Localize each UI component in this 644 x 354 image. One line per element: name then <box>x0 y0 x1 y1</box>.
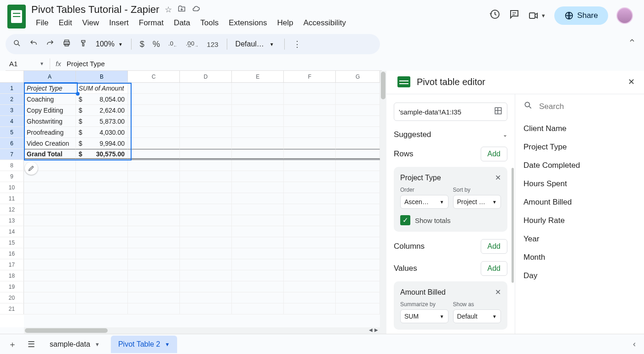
cell[interactable] <box>76 182 128 193</box>
cell[interactable]: SUM of Amount <box>76 83 128 94</box>
cell[interactable] <box>284 83 336 94</box>
cell[interactable]: $5,873.00 <box>76 116 128 127</box>
cell[interactable] <box>128 182 180 193</box>
row-header[interactable]: 3 <box>0 105 24 116</box>
cell[interactable] <box>180 303 232 314</box>
cell[interactable] <box>284 160 336 171</box>
row-header[interactable]: 19 <box>0 281 24 292</box>
cell[interactable] <box>232 83 284 94</box>
column-header[interactable]: D <box>180 71 232 83</box>
show-totals-checkbox[interactable]: ✓ <box>400 215 410 225</box>
cell[interactable] <box>232 237 284 248</box>
cell[interactable] <box>76 226 128 237</box>
row-header[interactable]: 20 <box>0 292 24 303</box>
cell[interactable] <box>284 248 336 259</box>
cell[interactable] <box>232 193 284 204</box>
cell[interactable] <box>284 138 336 149</box>
cell[interactable] <box>232 138 284 149</box>
grid-icon[interactable] <box>494 107 502 117</box>
cell[interactable] <box>180 116 232 127</box>
cell[interactable] <box>24 193 76 204</box>
cell-reference[interactable]: A1 ▼ <box>6 60 50 68</box>
avatar[interactable] <box>616 7 633 24</box>
cell[interactable] <box>284 259 336 270</box>
cell[interactable] <box>180 204 232 215</box>
menu-format[interactable]: Format <box>134 17 168 29</box>
search-icon[interactable] <box>13 39 21 50</box>
row-header[interactable]: 14 <box>0 226 24 237</box>
font-select[interactable]: Defaul… ▼ <box>236 40 276 48</box>
column-header[interactable]: A <box>24 71 76 83</box>
cell[interactable] <box>232 248 284 259</box>
cell[interactable] <box>284 281 336 292</box>
cell[interactable] <box>232 94 284 105</box>
decrease-decimal-icon[interactable]: .0← <box>168 40 178 48</box>
cell[interactable] <box>180 193 232 204</box>
cell[interactable] <box>232 116 284 127</box>
row-header[interactable]: 6 <box>0 138 24 149</box>
cell[interactable] <box>284 116 336 127</box>
cell[interactable] <box>76 215 128 226</box>
cell[interactable] <box>232 215 284 226</box>
cell[interactable] <box>284 127 336 138</box>
cell[interactable] <box>76 171 128 182</box>
cell[interactable] <box>232 259 284 270</box>
cell[interactable] <box>232 127 284 138</box>
redo-icon[interactable] <box>46 39 54 50</box>
menu-insert[interactable]: Insert <box>104 17 133 29</box>
row-header[interactable]: 1 <box>0 83 24 94</box>
cell[interactable] <box>24 259 76 270</box>
formula-value[interactable]: Project Type <box>67 60 105 68</box>
cell[interactable]: Video Creation <box>24 138 76 149</box>
row-header[interactable]: 17 <box>0 259 24 270</box>
all-sheets-icon[interactable]: ☰ <box>24 336 39 353</box>
cell[interactable] <box>24 215 76 226</box>
cell[interactable] <box>336 105 380 116</box>
cell[interactable] <box>24 237 76 248</box>
field-item[interactable]: Hourly Rate <box>523 211 636 230</box>
cell[interactable] <box>284 182 336 193</box>
edit-pivot-icon[interactable] <box>25 162 38 175</box>
cell[interactable] <box>336 127 380 138</box>
row-header[interactable]: 8 <box>0 160 24 171</box>
row-header[interactable]: 15 <box>0 237 24 248</box>
cell[interactable] <box>336 138 380 149</box>
cell[interactable] <box>128 138 180 149</box>
column-header[interactable]: C <box>128 71 180 83</box>
zoom-select[interactable]: 100% ▼ <box>96 40 123 48</box>
field-item[interactable]: Client Name <box>523 120 636 138</box>
cell[interactable] <box>128 281 180 292</box>
cell[interactable]: $8,054.00 <box>76 94 128 105</box>
cell[interactable] <box>284 171 336 182</box>
cloud-icon[interactable] <box>191 5 201 15</box>
cell[interactable] <box>180 226 232 237</box>
cell[interactable] <box>336 116 380 127</box>
cell[interactable] <box>180 215 232 226</box>
cell[interactable] <box>336 171 380 182</box>
cell[interactable] <box>284 226 336 237</box>
undo-icon[interactable] <box>29 39 38 50</box>
cell[interactable] <box>336 94 380 105</box>
cell[interactable] <box>76 303 128 314</box>
meet-icon[interactable]: ▼ <box>528 10 546 21</box>
close-icon[interactable]: ✕ <box>628 77 635 87</box>
percent-icon[interactable]: % <box>153 40 160 49</box>
cell[interactable] <box>232 281 284 292</box>
increase-decimal-icon[interactable]: .0̲0→ <box>186 40 199 48</box>
menu-accessibility[interactable]: Accessibility <box>299 17 351 29</box>
cell[interactable] <box>180 94 232 105</box>
field-item[interactable]: Project Type <box>523 138 636 156</box>
cell[interactable] <box>76 204 128 215</box>
cell[interactable] <box>284 292 336 303</box>
row-header[interactable]: 7 <box>0 149 24 160</box>
cell[interactable] <box>128 270 180 281</box>
cell[interactable] <box>180 171 232 182</box>
close-icon[interactable]: ✕ <box>495 173 501 182</box>
cell[interactable] <box>128 248 180 259</box>
row-header[interactable]: 4 <box>0 116 24 127</box>
suggested-toggle[interactable]: Suggested ⌄ <box>394 130 507 139</box>
cell[interactable] <box>128 160 180 171</box>
cell[interactable]: Proofreading <box>24 127 76 138</box>
cell[interactable] <box>232 303 284 314</box>
column-header[interactable]: G <box>336 71 380 83</box>
